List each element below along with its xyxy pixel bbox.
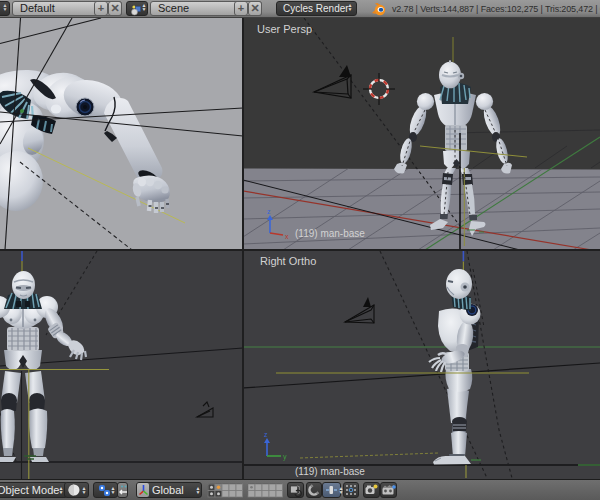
svg-text:z: z: [264, 431, 268, 438]
svg-text:Right Ortho: Right Ortho: [260, 255, 316, 267]
svg-text:z: z: [267, 208, 271, 215]
svg-text:(119) man-base: (119) man-base: [295, 228, 365, 239]
svg-text:x: x: [285, 233, 289, 240]
svg-text:y: y: [283, 453, 287, 461]
svg-text:User Persp: User Persp: [257, 23, 312, 35]
svg-text:(119) man-base: (119) man-base: [295, 466, 365, 477]
